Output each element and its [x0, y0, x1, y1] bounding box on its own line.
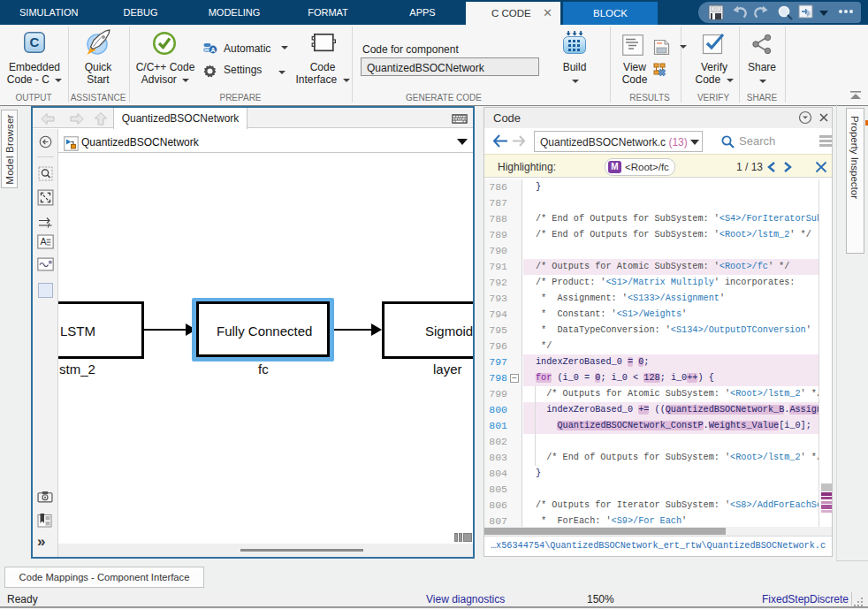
svg-text:A: A	[210, 47, 215, 53]
svg-text:C: C	[30, 34, 40, 49]
svg-text:A: A	[41, 236, 48, 247]
